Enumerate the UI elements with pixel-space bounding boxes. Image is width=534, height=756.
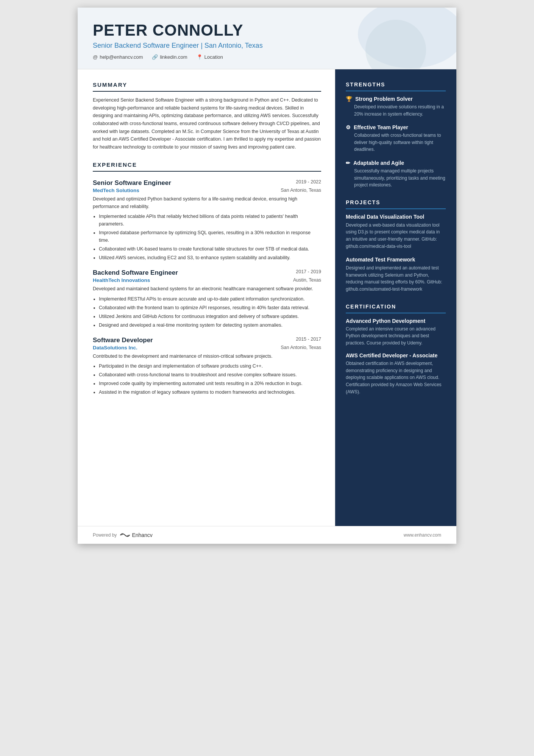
summary-section: SUMMARY Experienced Senior Backend Softw… xyxy=(93,81,321,151)
summary-text: Experienced Senior Backend Software Engi… xyxy=(93,96,321,151)
trophy-icon: 🏆 xyxy=(346,96,352,102)
strength-item: ✏ Adaptable and Agile Successfully manag… xyxy=(346,160,446,189)
job-location: Austin, Texas xyxy=(293,277,321,283)
strength-title-text: 🏆 Strong Problem Solver xyxy=(346,96,446,102)
strengths-section: STRENGTHS 🏆 Strong Problem Solver Develo… xyxy=(346,81,446,189)
job-bullets: Participated in the design and implement… xyxy=(93,362,321,396)
contact-row: @ help@enhancv.com 🔗 linkedin.com 📍 Loca… xyxy=(93,54,441,60)
bullet-item: Utilized AWS services, including EC2 and… xyxy=(99,254,321,261)
certification-title: CERTIFICATION xyxy=(346,304,446,313)
bullet-item: Collaborated with cross-functional teams… xyxy=(99,371,321,379)
main-content: SUMMARY Experienced Senior Backend Softw… xyxy=(78,69,456,526)
cert-name: Advanced Python Development xyxy=(346,318,446,324)
bullet-item: Utilized Jenkins and GitHub Actions for … xyxy=(99,313,321,320)
strength-name: Effective Team Player xyxy=(354,124,408,130)
job-location: San Antonio, Texas xyxy=(281,345,321,351)
email-contact: @ help@enhancv.com xyxy=(93,54,143,60)
job-item: Backend Software Engineer 2017 - 2019 He… xyxy=(93,269,321,329)
strength-item: 🏆 Strong Problem Solver Developed innova… xyxy=(346,96,446,117)
bullet-item: Participated in the design and implement… xyxy=(99,362,321,370)
certification-section: CERTIFICATION Advanced Python Developmen… xyxy=(346,304,446,396)
location-icon: 📍 xyxy=(197,54,203,60)
bullet-item: Improved database performance by optimiz… xyxy=(99,229,321,244)
job-header: Software Developer 2015 - 2017 xyxy=(93,337,321,344)
job-title: Backend Software Engineer xyxy=(93,269,178,277)
header-section: PETER CONNOLLY Senior Backend Software E… xyxy=(78,8,456,69)
job-company: HealthTech Innovations xyxy=(93,277,150,283)
location-value: Location xyxy=(205,54,223,60)
job-company-row: DataSolutions Inc. San Antonio, Texas xyxy=(93,345,321,351)
strength-item: ⚙ Effective Team Player Collaborated wit… xyxy=(346,124,446,153)
job-description: Developed and optimized Python backend s… xyxy=(93,196,321,210)
cert-name: AWS Certified Developer - Associate xyxy=(346,352,446,358)
strengths-title: STRENGTHS xyxy=(346,81,446,91)
left-column: SUMMARY Experienced Senior Backend Softw… xyxy=(78,69,335,526)
cert-description: Completed an intensive course on advance… xyxy=(346,326,446,347)
linkedin-value: linkedin.com xyxy=(160,54,187,60)
job-dates: 2019 - 2022 xyxy=(296,179,321,185)
footer-branding: Powered by Enhancv xyxy=(93,532,153,538)
cert-item: Advanced Python Development Completed an… xyxy=(346,318,446,347)
project-name: Medical Data Visualization Tool xyxy=(346,214,446,220)
cert-item: AWS Certified Developer - Associate Obta… xyxy=(346,352,446,395)
pencil-icon: ✏ xyxy=(346,160,350,166)
job-location: San Antonio, Texas xyxy=(281,188,321,193)
summary-title: SUMMARY xyxy=(93,81,321,92)
job-description: Contributed to the development and maint… xyxy=(93,353,321,360)
bullet-item: Assisted in the migration of legacy soft… xyxy=(99,388,321,396)
footer: Powered by Enhancv www.enhancv.com xyxy=(78,526,456,544)
bullet-item: Implemented scalable APIs that reliably … xyxy=(99,213,321,228)
resume-page: PETER CONNOLLY Senior Backend Software E… xyxy=(78,8,456,544)
job-header: Senior Software Engineer 2019 - 2022 xyxy=(93,179,321,187)
logo-text: Enhancv xyxy=(132,532,152,538)
right-column: STRENGTHS 🏆 Strong Problem Solver Develo… xyxy=(335,69,456,526)
gear-icon: ⚙ xyxy=(346,124,351,130)
cert-description: Obtained certification in AWS developmen… xyxy=(346,360,446,395)
strength-name: Adaptable and Agile xyxy=(353,160,404,166)
bullet-item: Improved code quality by implementing au… xyxy=(99,380,321,387)
projects-title: PROJECTS xyxy=(346,199,446,209)
strength-description: Collaborated with cross-functional teams… xyxy=(354,132,446,153)
strength-name: Strong Problem Solver xyxy=(355,96,413,102)
job-header: Backend Software Engineer 2017 - 2019 xyxy=(93,269,321,277)
strength-description: Developed innovative solutions resulting… xyxy=(354,103,446,117)
experience-section: EXPERIENCE Senior Software Engineer 2019… xyxy=(93,161,321,396)
bullet-item: Collaborated with the frontend team to o… xyxy=(99,304,321,311)
strength-title-text: ⚙ Effective Team Player xyxy=(346,124,446,130)
job-dates: 2015 - 2017 xyxy=(296,337,321,342)
strength-description: Successfully managed multiple projects s… xyxy=(354,167,446,189)
job-company: MedTech Solutions xyxy=(93,188,139,193)
logo-icon xyxy=(120,532,130,538)
projects-section: PROJECTS Medical Data Visualization Tool… xyxy=(346,199,446,293)
email-icon: @ xyxy=(93,54,98,60)
project-item: Automated Test Framework Designed and im… xyxy=(346,257,446,293)
project-description: Designed and implemented an automated te… xyxy=(346,265,446,293)
job-company-row: MedTech Solutions San Antonio, Texas xyxy=(93,188,321,193)
job-item: Senior Software Engineer 2019 - 2022 Med… xyxy=(93,179,321,261)
job-company: DataSolutions Inc. xyxy=(93,345,137,351)
enhancv-logo: Enhancv xyxy=(120,532,152,538)
strength-title-text: ✏ Adaptable and Agile xyxy=(346,160,446,166)
job-dates: 2017 - 2019 xyxy=(296,269,321,274)
project-name: Automated Test Framework xyxy=(346,257,446,263)
job-bullets: Implemented scalable APIs that reliably … xyxy=(93,213,321,261)
footer-url: www.enhancv.com xyxy=(404,532,441,538)
job-bullets: Implemented RESTful APIs to ensure accur… xyxy=(93,295,321,329)
candidate-title: Senior Backend Software Engineer | San A… xyxy=(93,42,441,50)
experience-title: EXPERIENCE xyxy=(93,161,321,172)
job-item: Software Developer 2015 - 2017 DataSolut… xyxy=(93,337,321,396)
candidate-name: PETER CONNOLLY xyxy=(93,21,441,39)
powered-by-text: Powered by xyxy=(93,532,117,538)
email-value: help@enhancv.com xyxy=(100,54,143,60)
job-title: Senior Software Engineer xyxy=(93,179,171,187)
job-company-row: HealthTech Innovations Austin, Texas xyxy=(93,277,321,283)
bullet-item: Implemented RESTful APIs to ensure accur… xyxy=(99,295,321,303)
project-item: Medical Data Visualization Tool Develope… xyxy=(346,214,446,250)
linkedin-contact: 🔗 linkedin.com xyxy=(152,54,187,60)
job-title: Software Developer xyxy=(93,337,153,344)
job-description: Developed and maintained backend systems… xyxy=(93,285,321,293)
location-contact: 📍 Location xyxy=(197,54,223,60)
linkedin-icon: 🔗 xyxy=(152,54,158,60)
project-description: Developed a web-based data visualization… xyxy=(346,222,446,250)
bullet-item: Designed and developed a real-time monit… xyxy=(99,321,321,329)
